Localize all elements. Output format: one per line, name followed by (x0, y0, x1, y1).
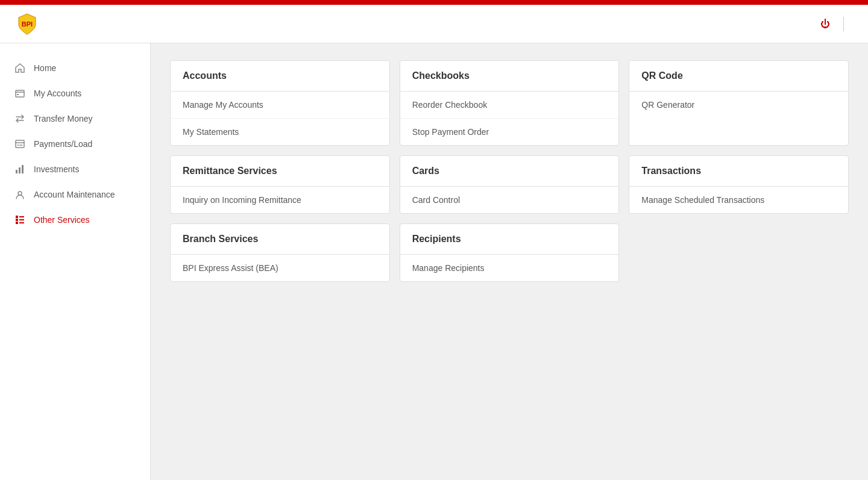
sidebar-item-other-services[interactable]: Other Services (0, 207, 150, 232)
service-card-item-qr-code-0[interactable]: QR Generator (629, 92, 848, 118)
sidebar-item-transfer-money[interactable]: Transfer Money (0, 106, 150, 131)
service-card-title-recipients: Recipients (412, 234, 607, 245)
other-services-icon (14, 214, 25, 225)
svg-rect-10 (16, 219, 18, 221)
svg-rect-7 (22, 165, 24, 173)
services-grid: AccountsManage My AccountsMy StatementsC… (170, 60, 849, 282)
service-card-title-transactions: Transactions (641, 166, 836, 176)
sidebar-label-other-services: Other Services (34, 215, 90, 225)
service-card-remittance-services: Remittance ServicesInquiry on Incoming R… (170, 155, 390, 214)
svg-rect-6 (19, 167, 20, 173)
header-divider (843, 17, 844, 31)
sidebar-item-account-maintenance[interactable]: Account Maintenance (0, 182, 150, 207)
service-card-title-accounts: Accounts (183, 70, 377, 81)
service-card-cards: CardsCard Control (400, 155, 620, 214)
logout-button[interactable] (820, 19, 834, 30)
service-card-header-remittance-services: Remittance Services (171, 156, 389, 187)
service-card-title-branch-services: Branch Services (183, 234, 377, 245)
svg-text:BPI: BPI (22, 20, 33, 28)
power-icon (820, 19, 830, 30)
svg-rect-9 (16, 216, 18, 218)
service-card-recipients: RecipientsManage Recipients (400, 223, 620, 282)
bpi-logo: BPI (14, 11, 40, 37)
service-card-item-accounts-1[interactable]: My Statements (171, 119, 389, 145)
layout: HomeMy AccountsTransfer MoneyPayments/Lo… (0, 43, 868, 480)
service-card-header-branch-services: Branch Services (171, 224, 389, 255)
sidebar-item-payments-load[interactable]: Payments/Load (0, 131, 150, 157)
service-card-title-qr-code: QR Code (641, 70, 836, 81)
svg-rect-3 (17, 94, 19, 95)
header-right (820, 17, 854, 31)
top-red-bar (0, 0, 868, 5)
svg-point-8 (18, 192, 22, 195)
service-card-branch-services: Branch ServicesBPI Express Assist (BEA) (170, 223, 390, 282)
service-card-header-accounts: Accounts (171, 61, 389, 92)
service-card-item-accounts-0[interactable]: Manage My Accounts (171, 92, 389, 119)
my-accounts-icon (14, 88, 25, 99)
service-card-header-transactions: Transactions (629, 156, 848, 187)
sidebar-label-account-maintenance: Account Maintenance (34, 190, 115, 199)
svg-rect-4 (16, 140, 24, 148)
sidebar-label-payments-load: Payments/Load (34, 139, 92, 149)
service-card-qr-code: QR CodeQR Generator (629, 60, 849, 146)
svg-rect-2 (16, 90, 24, 97)
service-card-item-branch-services-0[interactable]: BPI Express Assist (BEA) (171, 255, 389, 281)
header: BPI (0, 5, 868, 43)
service-card-item-cards-0[interactable]: Card Control (400, 187, 619, 213)
svg-rect-5 (16, 170, 17, 173)
main-content: AccountsManage My AccountsMy StatementsC… (151, 43, 868, 480)
service-card-header-recipients: Recipients (400, 224, 619, 255)
sidebar-item-my-accounts[interactable]: My Accounts (0, 81, 150, 106)
sidebar-item-home[interactable]: Home (0, 55, 150, 81)
service-card-item-recipients-0[interactable]: Manage Recipients (400, 255, 619, 281)
sidebar: HomeMy AccountsTransfer MoneyPayments/Lo… (0, 43, 151, 480)
sidebar-label-transfer-money: Transfer Money (34, 114, 93, 123)
service-card-header-checkbooks: Checkbooks (400, 61, 619, 92)
home-icon (14, 63, 25, 73)
svg-rect-11 (16, 222, 18, 224)
service-card-header-cards: Cards (400, 156, 619, 187)
transfer-money-icon (14, 113, 25, 124)
service-card-title-cards: Cards (412, 166, 607, 176)
service-card-item-checkbooks-1[interactable]: Stop Payment Order (400, 119, 619, 145)
sidebar-label-home: Home (34, 63, 56, 73)
sidebar-label-investments: Investments (34, 164, 79, 174)
payments-load-icon (14, 139, 25, 149)
logo-area: BPI (14, 11, 40, 37)
service-card-title-remittance-services: Remittance Services (183, 166, 377, 176)
sidebar-item-investments[interactable]: Investments (0, 157, 150, 182)
service-card-item-checkbooks-0[interactable]: Reorder Checkbook (400, 92, 619, 119)
service-card-header-qr-code: QR Code (629, 61, 848, 92)
service-card-item-transactions-0[interactable]: Manage Scheduled Transactions (629, 187, 848, 213)
account-maintenance-icon (14, 189, 25, 200)
service-card-accounts: AccountsManage My AccountsMy Statements (170, 60, 390, 146)
investments-icon (14, 164, 25, 175)
service-card-checkbooks: CheckbooksReorder CheckbookStop Payment … (400, 60, 620, 146)
service-card-transactions: TransactionsManage Scheduled Transaction… (629, 155, 849, 214)
sidebar-label-my-accounts: My Accounts (34, 89, 81, 98)
service-card-item-remittance-services-0[interactable]: Inquiry on Incoming Remittance (171, 187, 389, 213)
service-card-title-checkbooks: Checkbooks (412, 70, 607, 81)
